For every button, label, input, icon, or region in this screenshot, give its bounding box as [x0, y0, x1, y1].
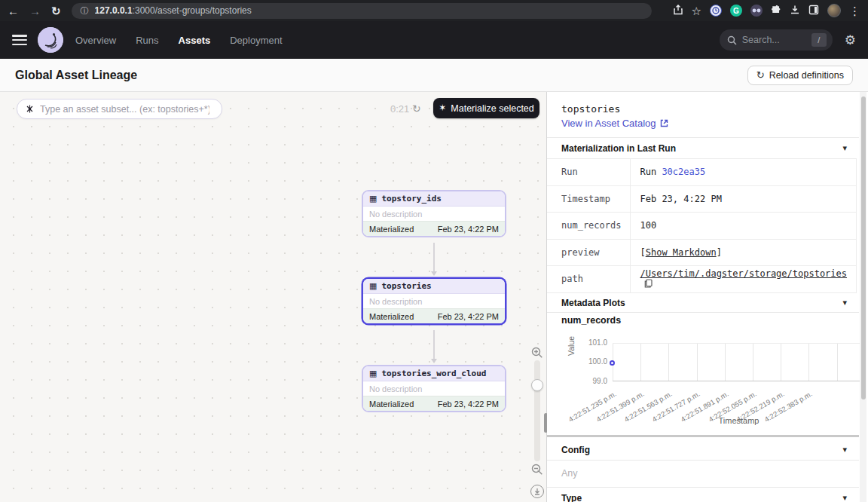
nav-runs[interactable]: Runs	[136, 35, 158, 46]
asset-node-topstories[interactable]: ▦ topstories No description Materialized…	[362, 277, 506, 325]
materialization-table: Run Run 30c2ea35 Timestamp Feb 23, 4:22 …	[547, 158, 857, 293]
chevron-down-icon: ▾	[842, 298, 847, 308]
y-tick: 99.0	[574, 377, 607, 385]
extensions-puzzle-icon[interactable]	[771, 5, 781, 17]
extension-glasses-icon[interactable]	[750, 5, 763, 17]
search-input[interactable]	[742, 35, 802, 45]
y-tick: 101.0	[574, 338, 607, 347]
section-config[interactable]: Config ▾	[547, 439, 859, 460]
x-axis-label: Timestamp	[613, 416, 865, 425]
asset-node-timestamp: Feb 23, 4:22 PM	[438, 399, 499, 409]
asset-details-panel: topstories View in Asset Catalog Materia…	[547, 92, 868, 502]
row-label: Timestamp	[547, 185, 631, 213]
hamburger-menu-icon[interactable]	[12, 35, 27, 45]
data-point[interactable]	[610, 360, 615, 366]
sidebar-toggle-icon[interactable]	[808, 5, 819, 17]
plot-metric-label: num_records	[561, 315, 621, 326]
page-header: Global Asset Lineage ↻ Reload definition…	[0, 59, 868, 92]
row-label: num_records	[547, 213, 631, 240]
reload-definitions-button[interactable]: ↻ Reload definitions	[747, 66, 853, 85]
row-value: 100	[631, 213, 857, 240]
search-shortcut-badge: /	[811, 33, 827, 47]
row-value: Feb 23, 4:22 PM	[631, 185, 857, 213]
browser-reload-icon[interactable]: ↻	[51, 5, 61, 17]
chevron-down-icon: ▾	[842, 493, 847, 502]
zoom-out-icon[interactable]	[531, 464, 543, 479]
row-label: path	[547, 266, 631, 293]
num-records-chart[interactable]	[613, 343, 865, 381]
page-title: Global Asset Lineage	[15, 69, 137, 82]
downloads-icon[interactable]	[790, 5, 800, 17]
reload-icon: ↻	[756, 69, 765, 81]
table-row: path /Users/tim/.dagster/storage/topstor…	[547, 266, 857, 293]
dagster-logo[interactable]	[38, 27, 63, 53]
table-row: Timestamp Feb 23, 4:22 PM	[547, 185, 857, 213]
zoom-in-icon[interactable]	[531, 347, 543, 362]
browser-forward-icon[interactable]: →	[29, 5, 41, 17]
asset-node-status: Materialized	[369, 225, 414, 234]
url-text: 127.0.0.1:3000/asset-groups/topstories	[95, 5, 252, 16]
site-info-icon[interactable]: ⓘ	[81, 5, 89, 17]
asset-subset-icon	[25, 104, 35, 114]
refresh-timer: 0:21	[390, 103, 409, 115]
browser-toolbar: ← → ↻ ⓘ 127.0.0.1:3000/asset-groups/tops…	[0, 0, 868, 21]
app-nav: Overview Runs Assets Deployment / ⚙	[0, 21, 868, 59]
section-materialization[interactable]: Materialization in Last Run ▾	[547, 138, 859, 158]
external-link-icon	[660, 119, 668, 127]
materialize-sparkle-icon: ✶	[439, 103, 446, 113]
share-icon[interactable]	[673, 5, 683, 17]
asset-node-topstory-ids[interactable]: ▦ topstory_ids No description Materializ…	[362, 190, 506, 237]
asset-node-name: topstory_ids	[381, 194, 441, 204]
browser-menu-icon[interactable]: ⋮	[849, 5, 860, 17]
edge-arrow	[431, 330, 437, 363]
copy-icon[interactable]	[644, 279, 653, 290]
zoom-slider-track[interactable]	[534, 360, 540, 461]
table-row: num_records 100	[547, 213, 857, 240]
section-type[interactable]: Type ▾	[547, 488, 859, 502]
address-bar[interactable]: ⓘ 127.0.0.1:3000/asset-groups/topstories	[72, 3, 652, 19]
asset-detail-title: topstories	[561, 103, 620, 115]
section-metadata-plots[interactable]: Metadata Plots ▾	[547, 292, 859, 313]
table-row: Run Run 30c2ea35	[547, 159, 857, 186]
view-in-asset-catalog-link[interactable]: View in Asset Catalog	[561, 118, 668, 129]
asset-node-status: Materialized	[369, 399, 414, 409]
asset-node-timestamp: Feb 23, 4:22 PM	[438, 225, 499, 234]
global-search[interactable]: /	[720, 29, 833, 51]
nav-deployment[interactable]: Deployment	[230, 35, 282, 46]
table-asset-icon: ▦	[369, 194, 377, 203]
refresh-icon[interactable]: ↻	[412, 103, 421, 115]
chevron-down-icon: ▾	[842, 445, 847, 455]
asset-subset-input[interactable]	[40, 104, 209, 115]
scrollbar-thumb[interactable]	[861, 96, 866, 399]
zoom-slider-handle[interactable]	[531, 379, 543, 391]
bookmark-star-icon[interactable]: ☆	[692, 5, 701, 17]
asset-node-description: No description	[363, 381, 505, 396]
main-content: 0:21 ↻ ✶ Materialize selected ▦ topstory…	[0, 92, 868, 502]
extension-grammarly-icon[interactable]: G	[730, 5, 742, 17]
nav-assets[interactable]: Assets	[179, 35, 211, 46]
row-label: preview	[547, 239, 631, 266]
extension-timer-icon[interactable]	[710, 5, 722, 17]
settings-gear-icon[interactable]: ⚙	[845, 32, 856, 48]
asset-node-topstories-word-cloud[interactable]: ▦ topstories_word_cloud No description M…	[362, 365, 506, 412]
browser-back-icon[interactable]: ←	[8, 5, 19, 17]
chevron-down-icon: ▾	[842, 143, 847, 153]
zoom-to-fit-icon[interactable]	[530, 485, 544, 498]
table-asset-icon: ▦	[369, 282, 377, 290]
details-scrollbar	[860, 92, 866, 502]
browser-profile-avatar[interactable]	[827, 4, 841, 17]
path-link[interactable]: /Users/tim/.dagster/storage/topstories	[640, 268, 847, 279]
materialize-selected-button[interactable]: ✶ Materialize selected	[433, 98, 539, 118]
y-tick: 100.0	[574, 357, 607, 366]
edge-arrow	[431, 243, 437, 276]
show-markdown-link[interactable]: Show Markdown	[646, 247, 717, 258]
nav-overview[interactable]: Overview	[75, 35, 116, 46]
table-asset-icon: ▦	[369, 369, 377, 378]
asset-subset-filter[interactable]	[17, 99, 222, 119]
asset-graph-panel: 0:21 ↻ ✶ Materialize selected ▦ topstory…	[0, 92, 546, 502]
asset-node-name: topstories_word_cloud	[381, 369, 486, 378]
asset-node-description: No description	[363, 294, 505, 308]
search-icon	[727, 35, 737, 45]
asset-node-status: Materialized	[369, 312, 414, 321]
run-id-link[interactable]: 30c2ea35	[662, 167, 705, 177]
